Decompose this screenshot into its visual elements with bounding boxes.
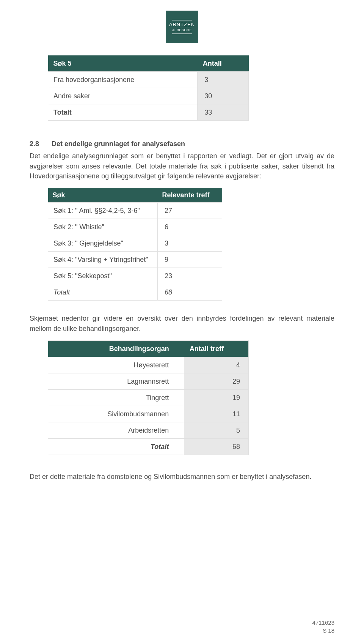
paragraph-2: Skjemaet nedenfor gir videre en oversikt… [30, 313, 334, 333]
table-sok5: Søk 5 Antall Fra hovedorganisasjonene 3 … [48, 55, 249, 121]
table-row: Sivilombudsmannen11 [48, 406, 249, 422]
page: ARNTZEN de BESCHE Søk 5 Antall Fra hoved… [0, 0, 364, 644]
t3-header-count: Antall treff [184, 340, 249, 357]
t1-header-count: Antall [198, 55, 249, 72]
table-row: Søk 2: " Whistle"6 [48, 219, 222, 235]
table-row: Andre saker 30 [48, 88, 249, 104]
table-row: Lagmannsrett29 [48, 373, 249, 389]
logo-line2: de BESCHE [172, 28, 192, 33]
table-row: Fra hovedorganisasjonene 3 [48, 72, 249, 88]
paragraph-1: Det endelige analysegrunnlaget som er be… [30, 151, 334, 181]
doc-number: 4711623 [312, 619, 334, 627]
table-row: Søk 3: " Gjengjeldelse"3 [48, 235, 222, 252]
table-behandlingsorgan: Behandlingsorgan Antall treff Høyesteret… [48, 340, 249, 455]
paragraph-3: Det er dette materiale fra domstolene og… [30, 472, 334, 482]
table-row: Arbeidsretten5 [48, 422, 249, 439]
table-row-total: Totalt68 [48, 439, 249, 455]
table-row-total: Totalt 33 [48, 104, 249, 121]
page-footer: 4711623 S 18 [312, 619, 334, 635]
table-row: Tingrett19 [48, 389, 249, 406]
table-sok-relevante: Søk Relevante treff Søk 1: " Aml. §§2-4,… [48, 188, 222, 301]
page-number: S 18 [312, 627, 334, 635]
section-heading: 2.8 Det endelige grunnlaget for analysef… [30, 139, 334, 149]
brand-logo: ARNTZEN de BESCHE [166, 11, 198, 43]
table-row: Søk 4: "Varsling + Ytringsfrihet"9 [48, 252, 222, 268]
t3-header-label: Behandlingsorgan [48, 340, 184, 357]
section-title: Det endelige grunnlaget for analysefasen [52, 139, 185, 149]
table-row: Høyesterett4 [48, 357, 249, 373]
table-row: Søk 1: " Aml. §§2-4,2-5, 3-6"27 [48, 202, 222, 219]
t2-header-count: Relevante treff [158, 188, 222, 203]
table-row: Søk 5: "Sekkepost"23 [48, 268, 222, 284]
t1-header-label: Søk 5 [48, 55, 198, 72]
table-row-total: Totalt68 [48, 284, 222, 301]
section-number: 2.8 [30, 139, 42, 149]
t2-header-label: Søk [48, 188, 158, 203]
